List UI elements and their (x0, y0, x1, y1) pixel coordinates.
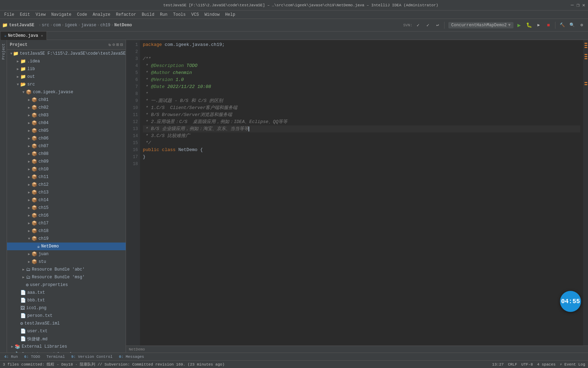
bottom-tab-version-control[interactable]: 9:Version Control (68, 353, 115, 361)
bottom-tab-terminal[interactable]: Terminal (44, 353, 68, 361)
code-view[interactable]: 123456789101112131415161718 package com.… (126, 40, 588, 346)
breadcrumb-igeek[interactable]: igeek (65, 23, 77, 28)
tree-item-ch10[interactable]: ▶📦ch10 (7, 165, 126, 173)
tab-close-icon[interactable]: ✕ (41, 34, 43, 38)
breadcrumb-src[interactable]: src (42, 23, 49, 28)
tree-item-src[interactable]: ▼📂src (7, 81, 126, 88)
run-config-selector[interactable]: ConcurrentHashMapDemo2 ▼ (448, 22, 513, 28)
tree-item-ch13[interactable]: ▶📦ch13 (7, 189, 126, 196)
tree-item-ch06[interactable]: ▶📦ch06 (7, 135, 126, 142)
menu-item-file[interactable]: File (1, 12, 17, 18)
tree-item-ch19[interactable]: ▼📦ch19 (7, 235, 126, 243)
menu-item-tools[interactable]: Tools (170, 12, 189, 18)
tree-item-ch17[interactable]: ▶📦ch17 (7, 219, 126, 227)
code-editor[interactable]: package com.igeek.javase.ch19; /** * @De… (140, 40, 583, 346)
bottom-tab-run[interactable]: 4:Run (1, 353, 21, 361)
menu-item-run[interactable]: Run (157, 12, 170, 18)
stop-button[interactable]: ■ (544, 21, 553, 29)
tree-label: ch16 (38, 213, 49, 218)
tree-item-ico1png[interactable]: 🖼ico1.png (7, 304, 126, 312)
tree-item-userproperties[interactable]: ⚙user.properties (7, 281, 126, 289)
tree-arrow: ▶ (27, 198, 31, 202)
svn-btn3[interactable]: ↩ (433, 21, 442, 29)
collapse-icon[interactable]: ⊟ (120, 42, 123, 47)
tree-item-ch04[interactable]: ▶📦ch04 (7, 119, 126, 127)
tree-item-ch15[interactable]: ▶📦ch15 (7, 204, 126, 212)
tree-label: ch09 (38, 159, 49, 164)
tree-arrow: ▼ (10, 52, 13, 56)
event-log[interactable]: ⚡ Event Log (560, 362, 585, 367)
tree-item-ch12[interactable]: ▶📦ch12 (7, 181, 126, 189)
tree-item-lib[interactable]: ▶📁lib (7, 65, 126, 73)
tree-item-juan[interactable]: ▶📦juan (7, 250, 126, 258)
tree-item-bbbtxt[interactable]: 📄bbb.txt (7, 297, 126, 304)
close-button[interactable]: ✕ (582, 2, 585, 8)
tree-item-ch18[interactable]: ▶📦ch18 (7, 227, 126, 235)
build-button[interactable]: 🔨 (558, 21, 566, 29)
tree-item-ch02[interactable]: ▶📦ch02 (7, 104, 126, 111)
editor-tabs: ☕ NetDemo.java ✕ (0, 32, 588, 40)
tree-label: ch14 (38, 198, 49, 203)
tree-item-ch09[interactable]: ▶📦ch09 (7, 158, 126, 165)
menu-item-view[interactable]: View (33, 12, 49, 18)
code-line: */ (143, 139, 580, 146)
tree-item-out[interactable]: ▶📁out (7, 73, 126, 81)
tree-item-idea[interactable]: ▶📁.idea (7, 57, 126, 65)
menu-item-build[interactable]: Build (139, 12, 157, 18)
tree-item-usertxt[interactable]: 📄user.txt (7, 327, 126, 335)
editor-tab-netdemo[interactable]: ☕ NetDemo.java ✕ (1, 32, 47, 40)
tree-item-externallibraries[interactable]: ▶📚External Libraries (7, 343, 126, 350)
bottom-tab-todo[interactable]: 6:TODO (21, 353, 43, 361)
bottom-tab-messages[interactable]: 0:Messages (116, 353, 147, 361)
svn-check-btn[interactable]: ✓ (414, 21, 422, 29)
tree-item-testjavasef1152javasecodetestjavase[interactable]: ▼📁testJavaSE F:\115\2.JavaSE\code\testJa… (7, 50, 126, 57)
tree-item-stu[interactable]: ▶📦stu (7, 258, 126, 266)
svn-btn2[interactable]: ✓ (424, 21, 432, 29)
tree-item-ch14[interactable]: ▶📦ch14 (7, 196, 126, 204)
breadcrumb-javase[interactable]: javase (81, 23, 96, 28)
tree-item-resourcebundleabc[interactable]: ▶🗂Resource Bundle 'abc' (7, 266, 126, 273)
tree-item-ch11[interactable]: ▶📦ch11 (7, 173, 126, 181)
keyword: class (162, 147, 178, 152)
menu-item-vcs[interactable]: VCS (189, 12, 202, 18)
expand-icon[interactable]: ⊞ (117, 42, 119, 47)
menu-item-edit[interactable]: Edit (17, 12, 33, 18)
tree-item-scratchesandconsoles[interactable]: ▶🔧Scratches and Consoles (7, 350, 126, 353)
sync-icon[interactable]: ↻ (108, 42, 111, 47)
tree-label: ch01 (38, 97, 49, 102)
run-with-coverage[interactable]: ▶ (534, 21, 543, 29)
vcs-status: 3 files committed: 线程 - Day18 · 阻塞队列 // … (3, 362, 225, 367)
tree-item-ch03[interactable]: ▶📦ch03 (7, 111, 126, 119)
tree-item-md[interactable]: 📄快捷键.md (7, 335, 126, 343)
tree-item-ch05[interactable]: ▶📦ch05 (7, 127, 126, 135)
menu-item-code[interactable]: Code (74, 12, 90, 18)
line-number: 4 (126, 62, 138, 69)
tree-item-aaatxt[interactable]: 📄aaa.txt (7, 289, 126, 297)
settings-button[interactable]: ⚙ (578, 21, 586, 29)
project-panel-tab[interactable]: Project (1, 41, 6, 62)
breadcrumb-com[interactable]: com (53, 23, 61, 28)
breadcrumb-ch19[interactable]: ch19 (100, 23, 110, 28)
tree-item-persontxt[interactable]: 📄person.txt (7, 312, 126, 320)
maximize-button[interactable]: ❐ (576, 2, 579, 8)
tree-item-ch07[interactable]: ▶📦ch07 (7, 142, 126, 150)
gear-icon[interactable]: ⚙ (112, 42, 115, 47)
menu-item-analyze[interactable]: Analyze (90, 12, 113, 18)
tree-item-ch16[interactable]: ▶📦ch16 (7, 212, 126, 219)
menu-item-help[interactable]: Help (222, 12, 238, 18)
run-button[interactable]: ▶ (515, 21, 523, 29)
breadcrumb-netdemo[interactable]: NetDemo (114, 23, 132, 28)
search-everywhere[interactable]: 🔍 (568, 21, 576, 29)
tree-item-ch01[interactable]: ▶📦ch01 (7, 96, 126, 104)
tree-item-netdemo[interactable]: ☕NetDemo (7, 243, 126, 250)
debug-button[interactable]: 🐛 (525, 21, 533, 29)
main-layout: Project Project ↻ ⚙ ⊞ ⊟ ▼📁testJavaSE F:\… (0, 40, 588, 353)
tree-item-testjavaseiml[interactable]: ⚙testJavaSE.iml (7, 320, 126, 327)
menu-item-window[interactable]: Window (202, 12, 222, 18)
tree-item-comigeekjavase[interactable]: ▼📦com.igeek.javase (7, 88, 126, 96)
tree-item-ch08[interactable]: ▶📦ch08 (7, 150, 126, 158)
menu-item-navigate[interactable]: Navigate (48, 12, 74, 18)
minimize-button[interactable]: — (571, 2, 574, 8)
tree-item-resourcebundlemsg[interactable]: ▶🗂Resource Bundle 'msg' (7, 273, 126, 281)
menu-item-refactor[interactable]: Refactor (113, 12, 139, 18)
